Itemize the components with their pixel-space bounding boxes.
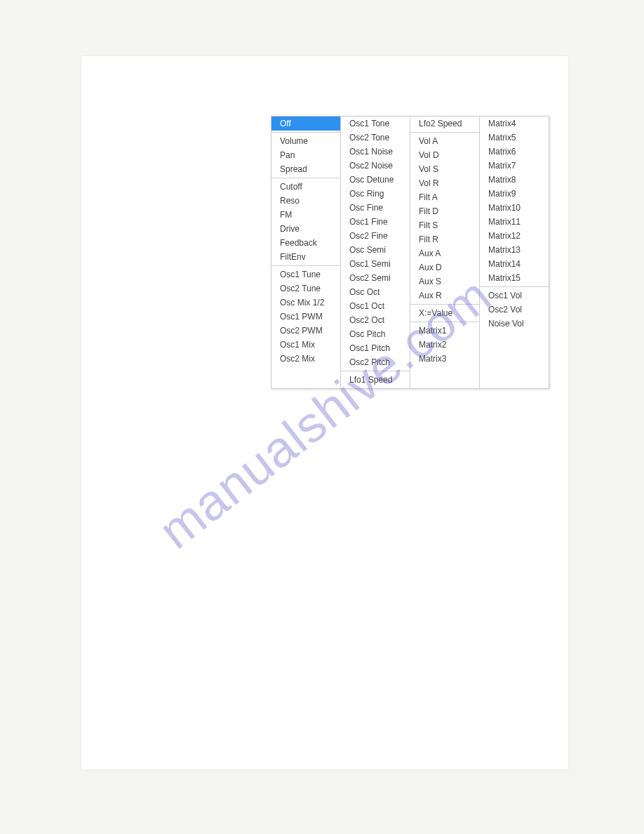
menu-column: Osc1 ToneOsc2 ToneOsc1 NoiseOsc2 NoiseOs… (341, 117, 410, 388)
menu-item[interactable]: Aux A (410, 246, 479, 260)
menu-column: OffVolumePanSpreadCutoffResoFMDriveFeedb… (271, 117, 341, 388)
menu-item[interactable]: Osc1 Semi (341, 257, 410, 271)
menu-item[interactable]: Osc1 Oct (341, 299, 410, 313)
menu-item[interactable]: Osc1 Pitch (341, 341, 410, 355)
menu-item[interactable]: Matrix7 (480, 159, 549, 173)
menu-item[interactable]: Osc1 Tune (271, 267, 340, 282)
menu-item[interactable]: Lfo2 Speed (410, 117, 479, 131)
menu-item[interactable]: Matrix11 (480, 215, 549, 229)
menu-item[interactable]: Feedback (271, 236, 340, 250)
menu-item[interactable]: Aux D (410, 260, 479, 274)
menu-item[interactable]: Matrix5 (480, 131, 549, 145)
menu-item[interactable]: Osc1 Tone (341, 117, 410, 131)
document-page: OffVolumePanSpreadCutoffResoFMDriveFeedb… (81, 56, 568, 769)
menu-item[interactable]: Osc2 Semi (341, 271, 410, 285)
menu-item[interactable]: Osc1 Noise (341, 145, 410, 159)
menu-item[interactable]: FM (271, 208, 340, 222)
menu-item[interactable]: Osc Semi (341, 243, 410, 257)
menu-item[interactable]: Matrix8 (480, 173, 549, 187)
menu-item[interactable]: Osc Oct (341, 285, 410, 299)
menu-item[interactable]: Osc2 Fine (341, 229, 410, 243)
menu-item[interactable]: Osc2 Vol (480, 303, 549, 317)
menu-item[interactable]: Reso (271, 194, 340, 208)
menu-item[interactable]: Matrix14 (480, 257, 549, 271)
menu-item[interactable]: Cutoff (271, 180, 340, 194)
menu-separator (410, 322, 479, 322)
menu-item[interactable]: Matrix9 (480, 187, 549, 201)
menu-item[interactable]: Osc Fine (341, 201, 410, 215)
menu-item[interactable]: Noise Vol (480, 317, 549, 331)
menu-item[interactable]: Osc Pitch (341, 327, 410, 341)
menu-item[interactable]: Vol S (410, 162, 479, 176)
menu-item[interactable]: Filt R (410, 232, 479, 246)
menu-separator (480, 286, 549, 287)
menu-item[interactable]: Aux R (410, 289, 479, 303)
menu-item[interactable]: Osc2 Pitch (341, 355, 410, 369)
menu-item[interactable]: Spread (271, 162, 340, 176)
menu-item[interactable]: Matrix12 (480, 229, 549, 243)
menu-item[interactable]: Osc2 Tune (271, 282, 340, 296)
menu-item[interactable]: Osc2 Mix (271, 352, 340, 366)
parameter-menu: OffVolumePanSpreadCutoffResoFMDriveFeedb… (271, 116, 549, 389)
menu-item[interactable]: Aux S (410, 274, 479, 289)
menu-column: Lfo2 SpeedVol AVol DVol SVol RFilt AFilt… (410, 117, 480, 388)
menu-item[interactable]: Lfo1 Speed (341, 373, 410, 387)
menu-item[interactable]: Vol A (410, 134, 479, 148)
menu-item[interactable]: FiltEnv (271, 250, 340, 264)
menu-item[interactable]: Pan (271, 148, 340, 162)
menu-item[interactable]: Filt S (410, 218, 479, 232)
menu-item[interactable]: Matrix10 (480, 201, 549, 215)
menu-item[interactable]: Osc Ring (341, 187, 410, 201)
menu-item[interactable]: Vol R (410, 176, 479, 190)
menu-item[interactable]: Osc1 PWM (271, 310, 340, 324)
menu-item[interactable]: Osc Mix 1/2 (271, 296, 340, 310)
menu-separator (271, 178, 340, 178)
menu-item[interactable]: Osc1 Vol (480, 289, 549, 303)
menu-item[interactable]: Osc2 Oct (341, 313, 410, 327)
menu-item[interactable]: Matrix2 (410, 338, 479, 352)
menu-item[interactable]: Osc2 Noise (341, 159, 410, 173)
menu-item[interactable]: Matrix15 (480, 271, 549, 285)
menu-item[interactable]: Matrix13 (480, 243, 549, 257)
menu-item[interactable]: Matrix1 (410, 324, 479, 338)
menu-item[interactable]: Osc Detune (341, 173, 410, 187)
menu-item[interactable]: Osc1 Fine (341, 215, 410, 229)
menu-separator (410, 304, 479, 305)
menu-item[interactable]: Osc1 Mix (271, 338, 340, 352)
menu-item[interactable]: Matrix4 (480, 117, 549, 131)
menu-item[interactable]: Drive (271, 222, 340, 236)
menu-separator (341, 371, 410, 371)
menu-separator (271, 132, 340, 133)
menu-column: Matrix4Matrix5Matrix6Matrix7Matrix8Matri… (480, 117, 549, 388)
menu-item[interactable]: Filt D (410, 204, 479, 218)
menu-separator (410, 132, 479, 133)
menu-item[interactable]: Off (271, 117, 340, 131)
menu-item[interactable]: Vol D (410, 148, 479, 162)
menu-item[interactable]: Volume (271, 134, 340, 148)
menu-item[interactable]: Matrix6 (480, 145, 549, 159)
menu-separator (271, 265, 340, 266)
menu-item[interactable]: X:=Value (410, 306, 479, 320)
menu-item[interactable]: Filt A (410, 190, 479, 204)
menu-item[interactable]: Matrix3 (410, 352, 479, 366)
menu-item[interactable]: Osc2 PWM (271, 324, 340, 338)
menu-item[interactable]: Osc2 Tone (341, 131, 410, 145)
